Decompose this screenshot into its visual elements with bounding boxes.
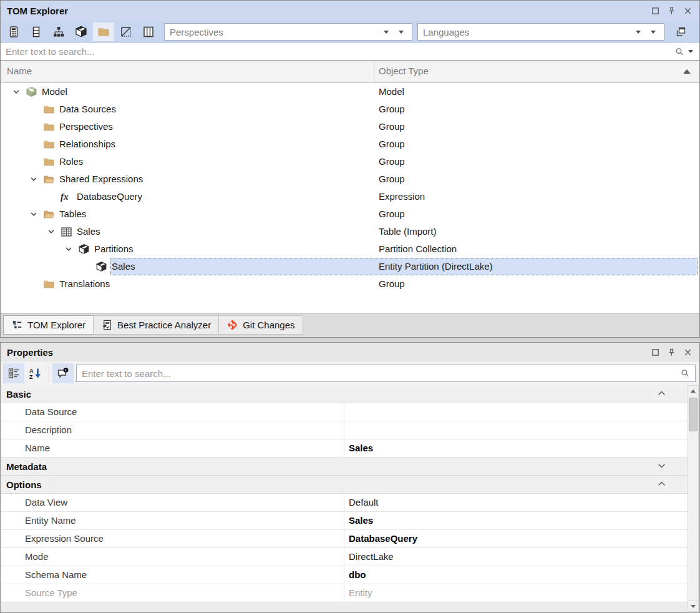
properties-pin-button[interactable] (663, 345, 679, 360)
measures-button[interactable] (3, 22, 24, 41)
tree-column-header: Name Object Type (1, 61, 699, 83)
languages-dropdown-icon[interactable] (636, 31, 641, 34)
search-icon[interactable] (680, 368, 690, 378)
perspectives-input[interactable] (165, 27, 384, 37)
sort-ascending-icon[interactable] (683, 69, 691, 74)
property-value[interactable]: Sales (349, 512, 373, 529)
property-value[interactable]: dbo (349, 566, 366, 584)
tree-row-data-sources[interactable]: Data SourcesGroup (1, 101, 699, 118)
search-options-dropdown-icon[interactable] (688, 50, 693, 53)
tree-row-sales[interactable]: SalesTable (Import) (1, 223, 699, 240)
search-icon[interactable] (674, 47, 684, 57)
scrollbar-down-button[interactable] (688, 601, 698, 611)
property-row-description[interactable]: Description (1, 421, 688, 439)
folders-icon (97, 26, 110, 38)
properties-panel: Properties AZi BasicData SourceDescripti… (0, 342, 700, 613)
property-value[interactable]: Default (349, 494, 379, 511)
tom-search-bar (1, 43, 699, 61)
expander-chevron-icon[interactable] (42, 223, 61, 240)
property-value[interactable]: Entity (349, 584, 372, 602)
property-row-mode[interactable]: ModeDirectLake (1, 548, 688, 566)
svg-text:Z: Z (29, 374, 33, 380)
tree-row-shared-expressions[interactable]: Shared ExpressionsGroup (1, 170, 699, 188)
tree-row-relationships[interactable]: RelationshipsGroup (1, 135, 699, 153)
scrollbar-thumb[interactable] (689, 398, 698, 431)
property-row-schema-name[interactable]: Schema Namedbo (1, 566, 688, 584)
languages-dropdown-button-icon[interactable] (651, 31, 656, 34)
best-practice-tab-icon (101, 319, 113, 331)
category-header-metadata[interactable]: Metadata (1, 458, 688, 476)
expander-chevron-icon[interactable] (7, 83, 26, 101)
show-hidden-icon (120, 26, 132, 38)
columns-button[interactable] (138, 22, 159, 41)
hierarchy-button[interactable] (48, 22, 69, 41)
show-hidden-button[interactable] (115, 22, 137, 41)
expander-chevron-icon[interactable] (24, 205, 43, 223)
languages-input[interactable] (418, 27, 636, 37)
tab-git-changes[interactable]: Git Changes (218, 315, 303, 335)
property-value[interactable]: DirectLake (349, 548, 394, 566)
tree-row-translations[interactable]: TranslationsGroup (1, 275, 699, 293)
perspectives-combobox[interactable] (164, 23, 412, 41)
sort-alphabetical-icon: AZ (28, 367, 42, 380)
perspectives-dropdown-button-icon[interactable] (399, 31, 404, 34)
category-header-options[interactable]: Options (1, 476, 688, 494)
column-header-object-type[interactable]: Object Type (379, 66, 429, 76)
scrollbar-up-button[interactable] (688, 386, 698, 396)
folders-button[interactable] (93, 22, 114, 41)
sort-alphabetical-button[interactable]: AZ (24, 363, 46, 383)
languages-combobox[interactable] (417, 23, 664, 41)
close-icon (683, 348, 693, 357)
folder-icon (43, 101, 58, 118)
property-name: Entity Name (25, 512, 76, 529)
tree-row-sales[interactable]: SalesEntity Partition (DirectLake) (1, 258, 699, 275)
property-row-data-source[interactable]: Data Source (1, 403, 688, 421)
tree-node-object-type: Group (379, 153, 405, 170)
tree-row-tables[interactable]: TablesGroup (1, 205, 699, 223)
expander-chevron-icon[interactable] (24, 170, 43, 188)
column-header-name[interactable]: Name (7, 66, 32, 76)
tree-row-roles[interactable]: RolesGroup (1, 153, 699, 170)
property-value[interactable]: Sales (349, 439, 373, 457)
tree-row-databasequery[interactable]: fxDatabaseQueryExpression (1, 188, 699, 205)
property-value[interactable]: DatabaseQuery (349, 530, 417, 547)
cascade-windows-icon (675, 26, 686, 37)
tree-row-partitions[interactable]: PartitionsPartition Collection (1, 240, 699, 258)
property-row-entity-name[interactable]: Entity NameSales (1, 512, 688, 530)
property-row-name[interactable]: NameSales (1, 439, 688, 458)
tom-search-input[interactable] (1, 46, 674, 57)
pin-button[interactable] (663, 3, 679, 18)
properties-title: Properties (7, 347, 647, 358)
properties-maximize-button[interactable] (647, 345, 663, 360)
partitions-button[interactable] (70, 22, 92, 41)
tree-row-perspectives[interactable]: PerspectivesGroup (1, 118, 699, 135)
tree-row-model[interactable]: ModelModel (1, 83, 699, 101)
maximize-button[interactable] (647, 3, 663, 18)
property-row-expression-source[interactable]: Expression SourceDatabaseQuery (1, 530, 688, 548)
column-divider[interactable] (374, 61, 374, 82)
expander-chevron-icon[interactable] (59, 240, 78, 258)
properties-scrollbar[interactable] (688, 385, 699, 612)
tab-best-practice-analyzer[interactable]: Best Practice Analyzer (93, 315, 219, 335)
tom-explorer-title: TOM Explorer (7, 6, 647, 16)
svg-text:i: i (66, 368, 67, 372)
properties-close-button[interactable] (679, 345, 696, 360)
chevron-up-icon[interactable] (657, 390, 666, 397)
scroll-up-icon (691, 390, 696, 393)
categorized-view-button[interactable] (3, 363, 24, 383)
tree-node-object-type: Group (379, 205, 405, 223)
tab-tom-explorer[interactable]: TOM Explorer (3, 315, 94, 335)
property-column-divider (344, 512, 344, 529)
chevron-up-icon[interactable] (657, 480, 666, 488)
properties-search-input[interactable] (77, 368, 680, 379)
cascade-windows-button[interactable] (671, 22, 691, 41)
property-row-source-type[interactable]: Source TypeEntity (1, 584, 688, 602)
chevron-down-icon[interactable] (657, 462, 666, 469)
perspectives-dropdown-icon[interactable] (384, 31, 389, 34)
folder-open-icon (43, 170, 58, 188)
close-button[interactable] (679, 3, 696, 18)
tooltip-info-button[interactable]: i (52, 363, 74, 383)
property-row-data-view[interactable]: Data ViewDefault (1, 494, 688, 512)
category-header-basic[interactable]: Basic (1, 385, 688, 403)
table-rows-button[interactable] (26, 22, 47, 41)
